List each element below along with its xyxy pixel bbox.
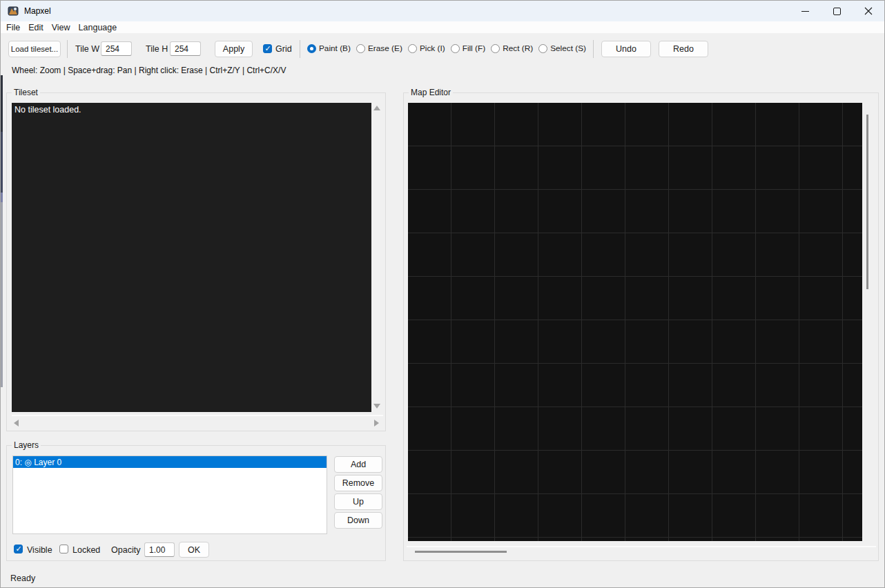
background-window-sliver [1, 75, 3, 132]
menu-edit[interactable]: Edit [24, 23, 48, 32]
map-editor-group-title: Map Editor [409, 88, 453, 97]
layer-down-button[interactable]: Down [334, 512, 382, 529]
layers-group-title: Layers [12, 440, 41, 450]
toolbar-separator-1 [67, 40, 68, 58]
undo-button[interactable]: Undo [601, 41, 651, 57]
redo-button[interactable]: Redo [659, 41, 708, 57]
opacity-input[interactable]: 1.00 [144, 542, 175, 557]
tile-h-label: Tile H [146, 44, 168, 54]
tile-w-input[interactable]: 254 [101, 41, 132, 56]
status-bar-text: Ready [10, 574, 35, 583]
rect-radio-icon [491, 44, 500, 53]
app-window: Mapxel File Edit View Language Load tile… [0, 0, 885, 588]
select-radio-icon [538, 44, 547, 53]
maximize-button[interactable] [821, 1, 853, 21]
tile-w-label: Tile W [75, 44, 99, 54]
menu-bar: File Edit View Language [1, 21, 884, 33]
tool-paint[interactable]: Paint (B) [307, 43, 351, 53]
tileset-canvas[interactable]: No tileset loaded. [12, 103, 371, 412]
background-window-sliver [1, 202, 3, 387]
title-bar: Mapxel [1, 1, 884, 21]
load-tileset-button[interactable]: Load tileset... [8, 41, 61, 57]
background-window-sliver [1, 193, 3, 202]
tileset-scroll-right-icon[interactable] [374, 420, 379, 427]
tool-erase[interactable]: Erase (E) [356, 43, 402, 53]
layer-remove-button[interactable]: Remove [334, 475, 382, 491]
layer-list[interactable]: 0: ◎ Layer 0 [12, 455, 327, 534]
close-icon [864, 7, 873, 15]
toolbar-separator-3 [593, 40, 594, 58]
tool-fill[interactable]: Fill (F) [451, 43, 485, 53]
close-button[interactable] [853, 1, 884, 21]
erase-radio-icon [356, 44, 365, 53]
paint-radio-icon [307, 44, 316, 53]
menu-file[interactable]: File [2, 23, 24, 32]
minimize-icon [801, 11, 809, 12]
locked-checkbox[interactable] [59, 545, 68, 553]
tool-pick[interactable]: Pick (I) [408, 43, 445, 53]
tileset-group-title: Tileset [12, 88, 40, 97]
opacity-ok-button[interactable]: OK [179, 542, 209, 558]
tile-h-input[interactable]: 254 [170, 41, 201, 56]
layer-add-button[interactable]: Add [334, 456, 382, 473]
opacity-label: Opacity [111, 545, 140, 555]
layer-up-button[interactable]: Up [334, 493, 382, 510]
tileset-scroll-up-icon[interactable] [373, 106, 380, 110]
map-hscroll-track [407, 546, 876, 547]
grid-label: Grid [275, 44, 292, 54]
menu-language[interactable]: Language [75, 23, 121, 32]
window-controls [789, 1, 884, 21]
map-hscroll-thumb[interactable] [415, 551, 507, 553]
visible-checkbox[interactable] [14, 545, 23, 553]
background-window-sliver [1, 132, 3, 193]
fill-radio-icon [451, 44, 460, 53]
maximize-icon [833, 8, 841, 15]
minimize-button[interactable] [789, 1, 821, 21]
pick-radio-icon [408, 44, 417, 53]
tool-select[interactable]: Select (S) [538, 43, 586, 53]
map-vscroll-thumb[interactable] [866, 115, 868, 289]
tileset-scroll-left-icon[interactable] [14, 420, 19, 427]
apply-button[interactable]: Apply [215, 41, 253, 57]
layer-list-item[interactable]: 0: ◎ Layer 0 [13, 456, 327, 468]
help-text: Wheel: Zoom | Space+drag: Pan | Right cl… [12, 66, 286, 75]
toolbar-separator-2 [300, 40, 300, 58]
tileset-hscroll-track [12, 415, 383, 416]
tileset-scroll-down-icon[interactable] [373, 404, 380, 409]
tool-rect[interactable]: Rect (R) [491, 43, 533, 53]
grid-checkbox[interactable] [263, 44, 272, 53]
window-title: Mapxel [24, 6, 51, 16]
menu-view[interactable]: View [48, 23, 75, 32]
map-canvas[interactable] [408, 103, 862, 541]
app-icon [8, 6, 19, 17]
locked-label: Locked [72, 545, 100, 555]
tool-radio-group: Paint (B) Erase (E) Pick (I) Fill (F) Re… [307, 43, 586, 53]
tileset-empty-text: No tileset loaded. [14, 105, 81, 115]
visible-label: Visible [27, 545, 52, 555]
